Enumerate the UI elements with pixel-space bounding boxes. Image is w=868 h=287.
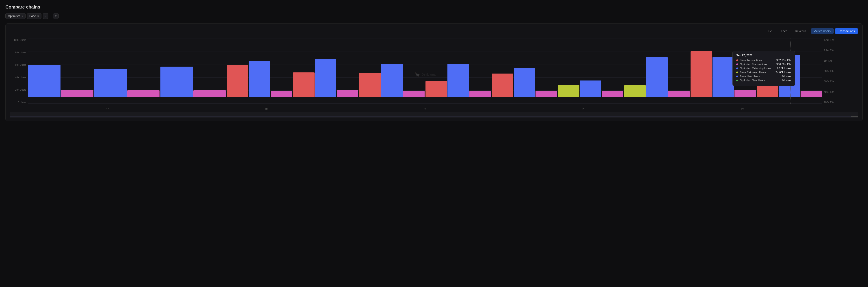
clear-all-button[interactable]: × (43, 13, 49, 19)
bar (94, 69, 127, 97)
tooltip-dot (736, 63, 738, 65)
tooltip-value: 0 Users (782, 75, 792, 78)
bar (602, 91, 623, 97)
tab-revenue[interactable]: Revenue (792, 28, 810, 34)
bar-group[interactable] (160, 38, 226, 97)
tooltip-row: Optimism Transactions356.66k TXs (736, 63, 792, 66)
tab-fees[interactable]: Fees (778, 28, 790, 34)
bar (315, 59, 337, 97)
bar-group[interactable] (359, 38, 425, 97)
tooltip-label: Base New Users (740, 75, 780, 78)
x-axis: 17 19 21 23 27 (28, 108, 822, 110)
tooltip: Sep 27, 2023 Base Transactions952.25k TX… (733, 51, 795, 86)
bars-wrapper: 17 19 21 23 27 🦙 DefiLlama Sep 27, 2023 … (28, 38, 822, 110)
tooltip-value: 356.66k TXs (776, 63, 792, 66)
chain-dropdown-button[interactable]: ▾ (53, 13, 59, 19)
bar (514, 68, 535, 97)
bar (426, 81, 447, 97)
bar-group[interactable] (227, 38, 292, 97)
bar (801, 91, 822, 97)
tooltip-dot (736, 59, 738, 61)
tooltip-row: Base Returning Users74.66k Users (736, 71, 792, 74)
bar (337, 90, 358, 97)
chain-tag-base-close[interactable]: × (37, 15, 39, 18)
bar (624, 85, 646, 97)
bar-group[interactable] (492, 38, 557, 97)
bar (735, 90, 756, 97)
tooltip-label: Optimism New Users (740, 79, 780, 82)
chain-tag-base-label: Base (29, 15, 36, 18)
bar (227, 65, 248, 97)
bar (690, 51, 712, 97)
tooltip-dot (736, 71, 738, 73)
page-title: Compare chains (5, 4, 863, 10)
scrollbar-thumb[interactable] (851, 116, 858, 117)
tooltip-label: Optimism Returning Users (740, 67, 775, 70)
bar-group[interactable] (624, 38, 690, 97)
bar (492, 74, 513, 97)
tooltip-date: Sep 27, 2023 (736, 54, 792, 57)
tooltip-dot (736, 67, 738, 69)
tooltip-value: 86.4k Users (777, 67, 792, 70)
chart-container: TVL Fees Revenue Active Users Transactio… (5, 23, 863, 121)
bar (381, 64, 403, 97)
tooltip-row: Base New Users0 Users (736, 75, 792, 78)
y-axis-left: 100k Users 80k Users 60k Users 40k Users… (10, 38, 28, 110)
chain-filter-bar: Optimism × Base × × ▾ (5, 13, 863, 19)
bar (271, 91, 292, 97)
bar (160, 66, 193, 97)
tooltip-label: Optimism Transactions (740, 63, 775, 66)
tab-transactions[interactable]: Transactions (835, 28, 858, 34)
bar-group[interactable] (293, 38, 359, 97)
tooltip-label: Base Returning Users (740, 71, 774, 74)
chart-area: 100k Users 80k Users 60k Users 40k Users… (10, 38, 858, 110)
bar (646, 57, 668, 97)
bar (713, 57, 734, 97)
bar (359, 73, 381, 97)
chain-tag-optimism-close[interactable]: × (22, 15, 23, 18)
bar (61, 90, 93, 97)
bar (403, 91, 425, 97)
bar (249, 61, 270, 97)
bar (469, 91, 491, 97)
chain-tag-optimism-label: Optimism (8, 15, 20, 18)
chart-tabs: TVL Fees Revenue Active Users Transactio… (10, 28, 858, 34)
bar (535, 91, 557, 97)
bar (193, 90, 226, 97)
tab-active-users[interactable]: Active Users (811, 28, 834, 34)
bar (28, 65, 61, 97)
scrollbar-track (10, 116, 858, 117)
chain-tag-optimism[interactable]: Optimism × (5, 13, 26, 19)
tab-tvl[interactable]: TVL (765, 28, 776, 34)
bar-group[interactable] (28, 38, 93, 97)
bar (447, 64, 469, 97)
tooltip-value: 74.66k Users (775, 71, 792, 74)
bar-group[interactable] (558, 38, 623, 97)
bar (558, 85, 580, 97)
chain-tag-base[interactable]: Base × (27, 13, 41, 19)
filter-divider (51, 13, 51, 19)
tooltip-value: 952.25k TXs (776, 59, 792, 62)
bar (668, 91, 690, 97)
tooltip-row: Optimism New Users0 Users (736, 79, 792, 82)
tooltip-dot (736, 76, 738, 77)
tooltip-value: 0 Users (782, 79, 792, 82)
bar-group[interactable] (94, 38, 160, 97)
tooltip-label: Base Transactions (740, 59, 775, 62)
scrollbar-area[interactable] (10, 112, 858, 118)
tooltip-row: Optimism Returning Users86.4k Users (736, 67, 792, 70)
bar-group[interactable] (426, 38, 491, 97)
bar (293, 73, 315, 97)
tooltip-row: Base Transactions952.25k TXs (736, 59, 792, 62)
tooltip-dot (736, 80, 738, 81)
bar (127, 90, 160, 97)
y-axis-right: 1.4m TXs 1.2m TXs 1m TXs 800k TXs 600k T… (822, 38, 858, 110)
bar (580, 81, 601, 97)
